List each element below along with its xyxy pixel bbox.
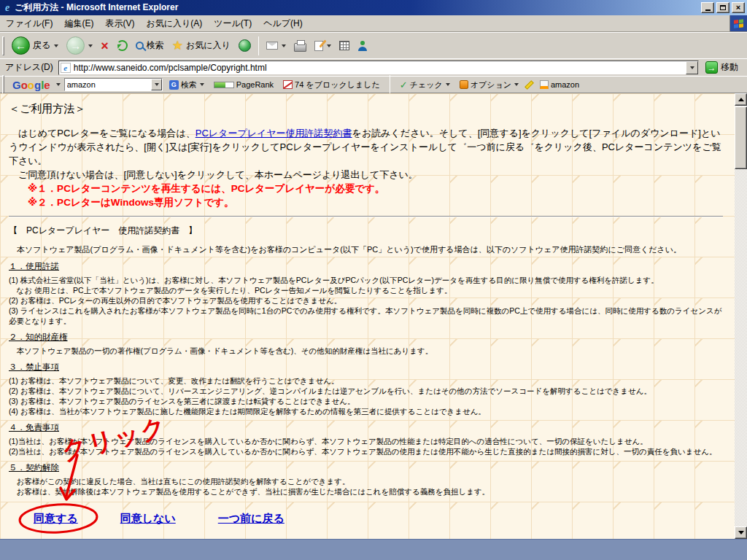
decision-links-row: 同意する 同意しない 一つ前に戻る <box>0 512 285 526</box>
pagerank-meter-icon <box>214 82 234 88</box>
favorites-star-icon: ★ <box>172 39 183 52</box>
options-button[interactable]: オプション <box>457 78 522 92</box>
edit-dropdown-icon[interactable] <box>327 44 331 47</box>
windows-flag-icon <box>734 19 743 28</box>
intro-paragraph: はじめてPCレターをご覧になる場合は、PCレタープレイヤー使用許諾契約書をお読み… <box>9 126 724 168</box>
taskbar-strip <box>0 539 747 560</box>
intro-lead: はじめてPCレターをご覧になる場合は、 <box>9 128 196 139</box>
google-search-button[interactable]: G 検索 <box>166 78 207 92</box>
pagerank-indicator[interactable]: PageRank <box>211 79 276 90</box>
go-back-link[interactable]: 一つ前に戻る <box>218 512 285 526</box>
window-title: ご利用方法 - Microsoft Internet Explorer <box>15 1 699 14</box>
spellcheck-label: チェック <box>410 79 443 90</box>
license-title: 【 PCレタープレイヤー 使用許諾契約書 】 <box>9 225 724 237</box>
google-g-icon: G <box>169 80 179 90</box>
spellcheck-dropdown-icon[interactable] <box>446 83 450 86</box>
scroll-down-icon <box>738 531 744 537</box>
minimize-icon <box>705 9 711 11</box>
forward-button[interactable]: → <box>63 34 96 58</box>
forward-arrow-glyph: → <box>70 39 81 52</box>
edit-button[interactable] <box>311 34 335 58</box>
vertical-scrollbar[interactable] <box>735 93 747 539</box>
menu-tools[interactable]: ツール(T) <box>208 15 258 33</box>
scrollbar-thumb[interactable] <box>735 106 747 169</box>
agree-link[interactable]: 同意する <box>34 512 78 526</box>
favorites-button[interactable]: ★ お気に入り <box>169 34 234 58</box>
mail-dropdown-icon[interactable] <box>282 44 286 47</box>
google-logo-dropdown-icon[interactable] <box>56 83 61 86</box>
restore-icon <box>720 5 726 10</box>
section-5-body: お客様がこの契約に違反した場合、当社は直ちにこの使用許諾契約を解除することができ… <box>9 476 724 497</box>
messenger-button[interactable] <box>354 34 371 58</box>
amazon-icon <box>540 80 549 89</box>
restore-button[interactable] <box>716 2 729 13</box>
search-icon <box>136 42 144 50</box>
google-logo-letter: o <box>21 79 28 91</box>
license-agreement-link[interactable]: PCレタープレイヤー使用許諾契約書 <box>196 128 352 139</box>
back-label: 戻る <box>33 39 50 52</box>
section-4-heading: ４．免責事項 <box>9 422 724 433</box>
mail-button[interactable] <box>263 34 290 58</box>
stop-button[interactable]: × <box>97 34 112 58</box>
google-toolbar-grip[interactable] <box>2 75 4 94</box>
minimize-button[interactable] <box>701 2 714 13</box>
toolbar-grip[interactable] <box>2 36 4 55</box>
forward-dropdown-icon[interactable] <box>88 44 93 47</box>
address-dropdown-icon <box>690 66 694 69</box>
note-2: ※２．PCレターはWindows専用ソフトです。 <box>28 195 724 209</box>
scroll-up-button[interactable] <box>735 93 747 106</box>
menu-file[interactable]: ファイル(F) <box>0 15 58 33</box>
search-button[interactable]: 検索 <box>132 34 168 58</box>
options-dropdown-icon[interactable] <box>514 83 519 86</box>
close-icon: × <box>736 4 740 12</box>
google-logo-letter: G <box>12 79 21 91</box>
back-dropdown-icon[interactable] <box>54 44 58 47</box>
google-toolbar-separator <box>390 75 390 94</box>
google-search-combo <box>64 78 163 91</box>
titlebar: e ご利用方法 - Microsoft Internet Explorer × <box>0 0 747 15</box>
scroll-down-button[interactable] <box>735 526 747 539</box>
google-search-dropdown-button[interactable] <box>151 79 162 90</box>
section-2-body: 本ソフトウェア製品の一切の著作権(プログラム・画像・ドキュメント等を含む)、その… <box>9 346 724 356</box>
stop-icon: × <box>101 39 109 52</box>
close-button[interactable]: × <box>732 2 745 13</box>
address-input[interactable] <box>74 62 686 74</box>
media-button[interactable] <box>235 34 255 58</box>
google-search-input[interactable] <box>65 80 151 89</box>
amazon-button[interactable]: amazon <box>537 79 582 90</box>
license-intro: 本ソフトウェア製品(プログラム・画像・ドキュメント等を含む)をお客様のコンピュー… <box>9 244 724 255</box>
toolbar-separator <box>258 36 259 55</box>
back-icon: ← <box>12 36 30 55</box>
refresh-button[interactable] <box>113 34 131 58</box>
back-arrow-glyph: ← <box>15 39 26 52</box>
google-logo[interactable]: G o o g l e <box>11 79 52 91</box>
edit-icon <box>314 41 323 51</box>
go-button[interactable]: → 移動 <box>699 61 745 74</box>
back-button[interactable]: ← 戻る <box>8 34 62 58</box>
note-1: ※１．PCレターコンテンツを再生するには、PCレタープレイヤーが必要です。 <box>28 182 724 195</box>
google-search-button-dropdown-icon[interactable] <box>200 83 204 86</box>
html-editor-button[interactable] <box>336 34 353 58</box>
go-icon: → <box>705 61 718 74</box>
menu-favorites[interactable]: お気に入り(A) <box>140 15 208 33</box>
forward-icon: → <box>66 36 85 55</box>
refresh-icon <box>117 40 128 51</box>
section-3-heading: ３．禁止事項 <box>9 362 724 373</box>
google-search-dropdown-icon <box>155 83 159 86</box>
menubar: ファイル(F) 編集(E) 表示(V) お気に入り(A) ツール(T) ヘルプ(… <box>0 15 747 32</box>
section-3-body: (1) お客様は、本ソフトウェア製品について、変更、改作または翻訳を行うことはで… <box>9 376 724 416</box>
popup-blocker-button[interactable]: 74 をブロックしました <box>280 78 383 92</box>
menu-help[interactable]: ヘルプ(H) <box>258 15 309 33</box>
google-logo-letter: e <box>44 79 50 91</box>
address-dropdown-button[interactable] <box>686 61 698 74</box>
section-2-heading: ２．知的財産権 <box>9 332 724 343</box>
spellcheck-button[interactable]: ✓ チェック <box>397 78 453 92</box>
menu-view[interactable]: 表示(V) <box>99 15 140 33</box>
menu-edit[interactable]: 編集(E) <box>58 15 99 33</box>
popup-blocked-icon <box>283 80 293 89</box>
print-button[interactable] <box>290 34 310 58</box>
page-title: ＜ご利用方法＞ <box>9 102 724 116</box>
highlighter-icon[interactable] <box>525 80 534 90</box>
disagree-link[interactable]: 同意しない <box>120 512 176 526</box>
section-1-body: (1) 株式会社三省堂(以下「当社」という)は、お客様に対し、本ソフトウェア製品… <box>9 275 724 326</box>
